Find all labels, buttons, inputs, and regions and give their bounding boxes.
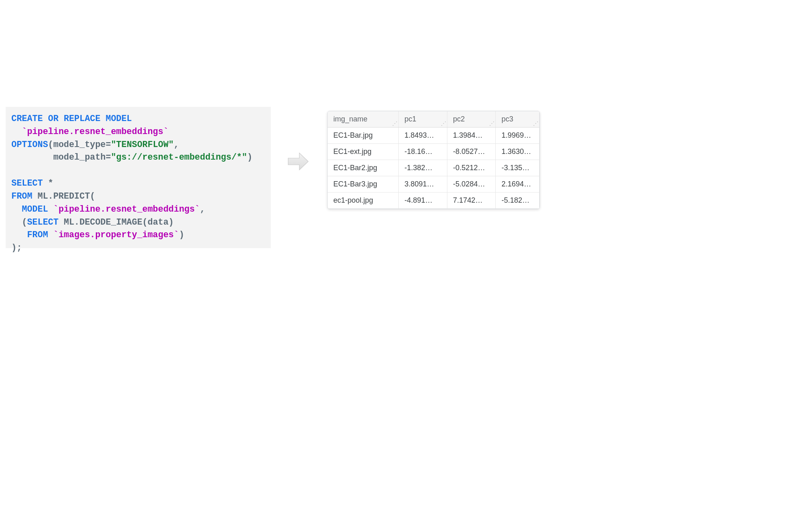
table-header-row: img_name ⋰ pc1 ⋰ pc2 ⋰ pc3 ⋰ <box>328 111 540 128</box>
inner-select: SELECT <box>27 217 58 227</box>
table-row: EC1-Bar3.jpg 3.8091… -5.0284… 2.1694… <box>328 176 540 193</box>
cell-pc3: 1.9969… <box>496 128 540 144</box>
col-header-label: pc3 <box>501 115 513 123</box>
col-header-label: pc1 <box>404 115 416 123</box>
cell-pc2: -0.5212… <box>447 160 496 176</box>
model-name: `pipeline.resnet_embeddings` <box>22 127 168 136</box>
col-header-pc1[interactable]: pc1 ⋰ <box>399 111 447 128</box>
keyword-options: OPTIONS <box>11 140 48 149</box>
paren-close2: ) <box>179 230 184 240</box>
comma: , <box>174 140 179 149</box>
cell-img-name: EC1-Bar.jpg <box>328 128 399 144</box>
keyword-from: FROM <box>11 191 32 201</box>
opt-model-path-val: "gs://resnet-embeddings/*" <box>111 152 247 162</box>
cell-img-name: EC1-Bar2.jpg <box>328 160 399 176</box>
sql-code-block: CREATE OR REPLACE MODEL `pipeline.resnet… <box>6 107 271 248</box>
cell-pc2: 7.1742… <box>447 193 496 209</box>
cell-img-name: ec1-pool.jpg <box>328 193 399 209</box>
cell-pc3: -3.135… <box>496 160 540 176</box>
cell-pc1: -18.16… <box>399 144 447 160</box>
col-header-pc2[interactable]: pc2 ⋰ <box>447 111 496 128</box>
decode-arg: (data) <box>143 217 174 227</box>
table-row: EC1-Bar.jpg 1.8493… 1.3984… 1.9969… <box>328 128 540 144</box>
predict: ML.PREDICT( <box>32 191 95 201</box>
cell-pc3: 2.1694… <box>496 176 540 193</box>
paren-open2: ( <box>22 217 27 227</box>
keyword-create: CREATE OR REPLACE MODEL <box>11 114 132 123</box>
table-row: ec1-pool.jpg -4.891… 7.1742… -5.182… <box>328 193 540 209</box>
inner-from: FROM <box>27 230 48 240</box>
paren: ( <box>48 140 53 149</box>
cell-pc2: -8.0527… <box>447 144 496 160</box>
opt-model-path-key: model_path= <box>53 152 111 162</box>
close: ); <box>11 243 22 253</box>
cell-pc1: 1.8493… <box>399 128 447 144</box>
cell-pc3: -5.182… <box>496 193 540 209</box>
star: * <box>43 178 53 188</box>
col-header-label: pc2 <box>453 115 465 123</box>
arrow-right-icon <box>287 150 309 173</box>
results-table: img_name ⋰ pc1 ⋰ pc2 ⋰ pc3 ⋰ EC1-Ba <box>327 111 540 209</box>
col-header-pc3[interactable]: pc3 ⋰ <box>496 111 540 128</box>
resize-handle-icon: ⋰ <box>489 120 495 126</box>
keyword-select: SELECT <box>11 178 43 188</box>
keyword-model: MODEL <box>22 204 48 214</box>
resize-handle-icon: ⋰ <box>392 120 397 126</box>
cell-img-name: EC1-ext.jpg <box>328 144 399 160</box>
inner-table: `images.property_images` <box>48 230 179 240</box>
cell-pc3: 1.3630… <box>496 144 540 160</box>
resize-handle-icon: ⋰ <box>441 120 446 126</box>
opt-model-type-key: model_type= <box>53 140 111 149</box>
opt-model-type-val: "TENSORFLOW" <box>111 140 174 149</box>
cell-pc1: 3.8091… <box>399 176 447 193</box>
table-row: EC1-Bar2.jpg -1.382… -0.5212… -3.135… <box>328 160 540 176</box>
decode: ML.DECODE_IMAGE <box>58 217 142 227</box>
resize-handle-icon: ⋰ <box>533 120 538 126</box>
cell-pc1: -4.891… <box>399 193 447 209</box>
col-header-label: img_name <box>333 115 367 123</box>
comma2: , <box>200 204 205 214</box>
cell-img-name: EC1-Bar3.jpg <box>328 176 399 193</box>
cell-pc2: -5.0284… <box>447 176 496 193</box>
cell-pc1: -1.382… <box>399 160 447 176</box>
col-header-img-name[interactable]: img_name ⋰ <box>328 111 399 128</box>
model-ref: `pipeline.resnet_embeddings` <box>48 204 200 214</box>
table-row: EC1-ext.jpg -18.16… -8.0527… 1.3630… <box>328 144 540 160</box>
paren-close: ) <box>247 152 253 162</box>
cell-pc2: 1.3984… <box>447 128 496 144</box>
